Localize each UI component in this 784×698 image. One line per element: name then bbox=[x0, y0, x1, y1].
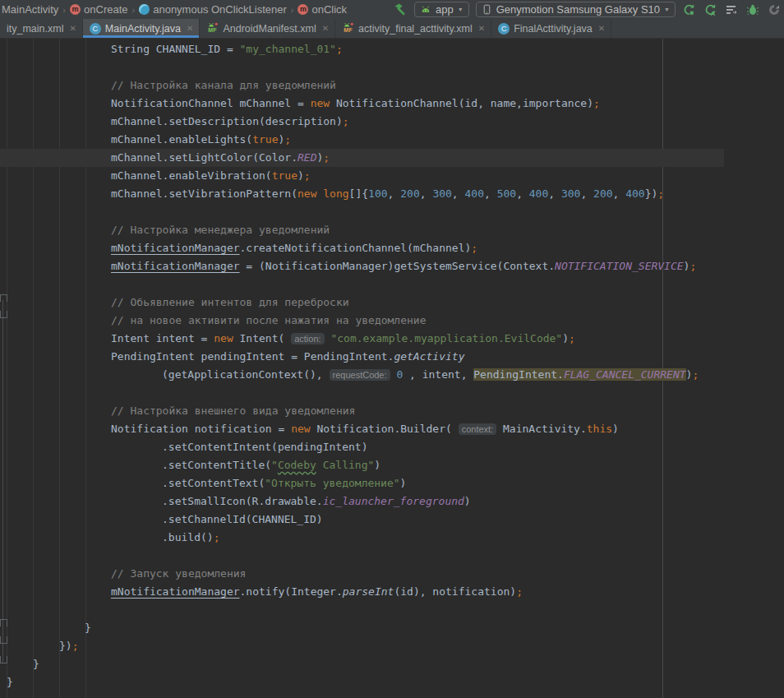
run-configuration-label: app bbox=[436, 3, 454, 16]
main-toolbar: MainActivity›monCreate›anonymous OnClick… bbox=[0, 0, 784, 19]
indent-guide bbox=[7, 39, 7, 698]
code-line[interactable]: NotificationChannel mChannel = new Notif… bbox=[111, 95, 600, 113]
fold-marker[interactable] bbox=[0, 294, 7, 302]
code-line[interactable]: .setContentIntent(pendingIntent) bbox=[162, 438, 367, 456]
breadcrumb-label: anonymous OnClickListener bbox=[153, 3, 287, 16]
code-line[interactable]: mChannel.setDescription(description); bbox=[111, 113, 349, 131]
device-label: Genymotion Samsung Galaxy S10 bbox=[496, 3, 660, 16]
method-icon: m bbox=[70, 4, 81, 15]
anonymous-class-icon bbox=[139, 4, 150, 15]
tab-label: MainActivity.java bbox=[105, 23, 181, 35]
breadcrumb-item[interactable]: MainActivity bbox=[2, 3, 58, 16]
code-editor[interactable]: String CHANNEL_ID = "my_channel_01";// Н… bbox=[0, 39, 784, 698]
code-line[interactable]: } bbox=[85, 619, 91, 637]
fold-marker[interactable] bbox=[0, 636, 7, 644]
debug-icon[interactable] bbox=[746, 3, 759, 16]
editor-tab-bar: ity_main.xml✕CMainActivity.java✕ MFAndro… bbox=[0, 19, 784, 39]
tab-label: FinalActtivity.java bbox=[514, 23, 593, 35]
tab-ity-main-xml[interactable]: ity_main.xml✕ bbox=[0, 19, 83, 38]
svg-text:A: A bbox=[710, 10, 715, 16]
code-line[interactable]: // Обьявление интентов для переброски bbox=[111, 294, 349, 312]
close-tab-icon[interactable]: ✕ bbox=[598, 24, 605, 33]
layout-xml-file-icon: MF bbox=[342, 21, 354, 36]
svg-text:MF: MF bbox=[344, 27, 353, 33]
code-line[interactable]: Intent intent = new Intent( action: "com… bbox=[111, 330, 575, 348]
close-tab-icon[interactable]: ✕ bbox=[478, 24, 485, 33]
code-line[interactable]: // на новое активити после нажатия на ув… bbox=[111, 312, 427, 330]
breadcrumb: MainActivity›monCreate›anonymous OnClick… bbox=[2, 3, 347, 16]
android-icon bbox=[420, 4, 431, 16]
code-line[interactable]: .setContentText("Открыть уведомление") bbox=[162, 474, 406, 492]
code-line[interactable]: mChannel.enableVibration(true); bbox=[111, 167, 311, 185]
device-phone-icon bbox=[482, 3, 492, 16]
breadcrumb-item[interactable]: anonymous OnClickListener bbox=[139, 3, 287, 16]
code-line[interactable]: .setSmallIcon(R.drawable.ic_launcher_for… bbox=[162, 492, 471, 511]
tab-label: activity_final_acttivity.xml bbox=[358, 23, 473, 35]
code-line[interactable]: PendingIntent pendingIntent = PendingInt… bbox=[111, 348, 464, 366]
current-line-highlight bbox=[0, 149, 724, 167]
code-line[interactable]: } bbox=[7, 673, 13, 691]
class-file-icon: C bbox=[90, 23, 101, 35]
fold-marker[interactable] bbox=[0, 656, 7, 663]
code-line[interactable]: .build(); bbox=[162, 529, 219, 547]
breadcrumb-label: onCreate bbox=[84, 3, 127, 16]
indent-guide bbox=[85, 39, 86, 698]
build-hammer-icon[interactable] bbox=[394, 2, 408, 16]
indent-guide bbox=[33, 39, 34, 698]
code-line[interactable]: mNotificationManager.createNotificationC… bbox=[111, 239, 477, 257]
close-tab-icon[interactable]: ✕ bbox=[187, 24, 193, 33]
code-line[interactable]: .setContentTitle("Codeby Calling") bbox=[162, 456, 380, 474]
fold-marker[interactable] bbox=[0, 619, 7, 626]
tab-androidmanifest-xml[interactable]: MFAndroidManifest.xml✕ bbox=[200, 19, 335, 38]
code-line[interactable]: mChannel.setVibrationPattern(new long[]{… bbox=[111, 185, 664, 203]
code-line[interactable]: String CHANNEL_ID = "my_channel_01"; bbox=[111, 40, 343, 58]
manifest-file-icon: MF bbox=[206, 21, 219, 36]
fold-marker[interactable] bbox=[0, 311, 7, 318]
tab-mainactivity-java[interactable]: CMainActivity.java✕ bbox=[83, 19, 201, 38]
profiler-icon[interactable] bbox=[768, 3, 781, 16]
breadcrumb-item[interactable]: monCreate bbox=[70, 3, 127, 16]
chevron-down-icon: ▼ bbox=[458, 7, 463, 12]
code-line[interactable]: } bbox=[33, 655, 39, 673]
code-line[interactable]: // Настройка канала для уведомлений bbox=[111, 76, 336, 95]
breadcrumb-separator: › bbox=[131, 5, 136, 15]
code-line[interactable]: Notification notification = new Notifica… bbox=[111, 420, 619, 438]
code-line[interactable]: mChannel.setLightColor(Color.RED); bbox=[111, 149, 330, 167]
tab-finalacttivity-java[interactable]: CFinalActtivity.java✕ bbox=[491, 19, 611, 38]
fold-guide-line bbox=[2, 300, 3, 663]
code-line[interactable]: .setChannelId(CHANNEL_ID) bbox=[162, 511, 323, 529]
tab-label: AndroidManifest.xml bbox=[223, 23, 316, 35]
code-line[interactable]: mNotificationManager.notify(Integer.pars… bbox=[111, 583, 523, 601]
run-configuration-select[interactable]: app ▼ bbox=[414, 2, 469, 17]
breadcrumb-separator: › bbox=[290, 5, 295, 15]
tab-activity-final-acttivity-xml[interactable]: MFactivity_final_acttivity.xml✕ bbox=[335, 19, 491, 38]
svg-text:MF: MF bbox=[209, 27, 218, 33]
indent-guide bbox=[59, 39, 60, 698]
code-line[interactable]: }); bbox=[59, 637, 78, 655]
chevron-down-icon: ▼ bbox=[664, 7, 670, 12]
code-line[interactable]: mNotificationManager = (NotificationMana… bbox=[111, 257, 696, 275]
close-tab-icon[interactable]: ✕ bbox=[322, 24, 329, 33]
class-file-icon: C bbox=[498, 23, 510, 35]
code-line[interactable]: // Запуск уведомления bbox=[111, 565, 246, 583]
method-icon: m bbox=[297, 4, 308, 15]
apply-code-changes-icon[interactable]: A bbox=[703, 3, 717, 16]
code-line[interactable]: // Настройка внешнего вида уведомления bbox=[111, 402, 355, 420]
profile-icon[interactable] bbox=[725, 3, 738, 16]
device-select[interactable]: Genymotion Samsung Galaxy S10 ▼ bbox=[476, 2, 676, 17]
close-tab-icon[interactable]: ✕ bbox=[69, 24, 76, 33]
breadcrumb-label: MainActivity bbox=[2, 3, 58, 16]
apply-changes-icon[interactable] bbox=[682, 3, 695, 16]
breadcrumb-item[interactable]: monClick bbox=[297, 3, 347, 16]
breadcrumb-label: onClick bbox=[311, 3, 347, 16]
tab-label: ity_main.xml bbox=[7, 23, 63, 35]
code-line[interactable]: // Настройка менеджера уведомлений bbox=[111, 221, 330, 239]
breadcrumb-separator: › bbox=[62, 5, 67, 15]
code-line[interactable]: (getApplicationContext(), requestCode: 0… bbox=[162, 366, 699, 384]
code-line[interactable]: mChannel.enableLights(true); bbox=[111, 131, 291, 149]
